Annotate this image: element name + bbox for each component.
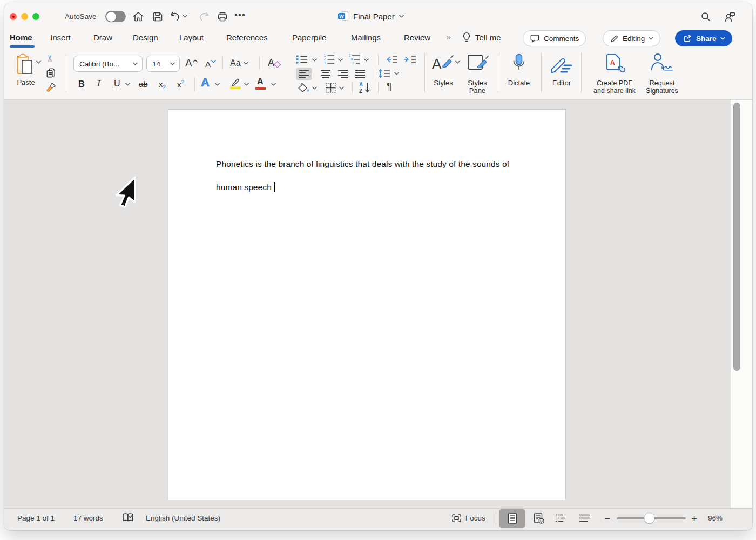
subscript-button[interactable]: x2 (159, 79, 166, 90)
font-size-chevron-icon (170, 62, 175, 65)
highlight-chevron-icon[interactable] (244, 83, 249, 86)
ribbon-group-divider (581, 53, 582, 93)
zoom-in-button[interactable]: + (691, 513, 697, 525)
more-commands-icon[interactable]: ••• (234, 10, 246, 21)
format-painter-icon[interactable] (45, 81, 57, 93)
shrink-font-button[interactable]: A (205, 59, 216, 69)
language-status[interactable]: English (United States) (146, 514, 220, 522)
autosave-toggle[interactable] (105, 11, 126, 22)
align-left-button[interactable] (296, 68, 312, 80)
styles-button[interactable]: A (431, 54, 454, 75)
text-effects-chevron-icon[interactable] (215, 83, 220, 86)
clear-formatting-button[interactable]: A (268, 57, 280, 69)
paste-dropdown-chevron-icon[interactable] (36, 60, 41, 64)
print-icon[interactable] (216, 10, 229, 23)
sort-button[interactable]: AZ (359, 81, 372, 94)
save-icon[interactable] (151, 10, 164, 23)
zoom-percentage[interactable]: 96% (708, 514, 723, 522)
tab-mailings[interactable]: Mailings (351, 33, 381, 42)
font-color-button[interactable]: A (257, 77, 264, 86)
document-title-menu[interactable]: W Final Paper (338, 11, 404, 22)
outline-view-button[interactable] (550, 509, 572, 528)
font-size-select[interactable]: 14 (146, 56, 180, 72)
zoom-window-button[interactable] (32, 13, 39, 20)
superscript-button[interactable]: x2 (177, 79, 184, 89)
text-effects-button[interactable]: A (201, 76, 210, 90)
align-right-button[interactable] (335, 68, 351, 80)
create-pdf-button[interactable]: A (605, 52, 626, 75)
request-signatures-button[interactable]: x (650, 52, 674, 75)
highlight-color-button[interactable] (228, 77, 242, 90)
tell-me-lightbulb-icon[interactable] (461, 31, 473, 44)
focus-mode-label[interactable]: Focus (465, 514, 485, 522)
share-chevron-icon (720, 37, 725, 40)
search-icon[interactable] (700, 11, 712, 23)
line-spacing-chevron-icon[interactable] (394, 72, 399, 75)
zoom-slider-thumb[interactable] (644, 513, 654, 523)
document-text-line[interactable]: Phonetics is the branch of linguistics t… (216, 159, 509, 169)
bullets-chevron-icon[interactable] (312, 58, 317, 62)
tab-overflow-icon[interactable]: » (446, 32, 450, 42)
web-layout-view-button[interactable] (526, 509, 551, 528)
borders-chevron-icon[interactable] (339, 86, 344, 90)
styles-pane-button[interactable] (467, 53, 489, 75)
word-count-status[interactable]: 17 words (73, 514, 103, 522)
underline-button[interactable]: U (114, 79, 120, 89)
feedback-person-icon[interactable] (724, 10, 737, 23)
change-case-button[interactable]: Aa (230, 58, 248, 68)
increase-indent-button[interactable] (404, 55, 417, 64)
print-layout-view-button[interactable] (500, 509, 525, 528)
tab-home[interactable]: Home (10, 33, 32, 42)
share-button[interactable]: Share (675, 30, 732, 46)
bold-button[interactable]: B (78, 79, 85, 89)
focus-mode-icon[interactable] (451, 514, 462, 523)
align-center-button[interactable] (318, 68, 334, 80)
justify-button[interactable] (352, 68, 368, 80)
undo-icon[interactable] (168, 10, 181, 23)
draft-view-button[interactable] (573, 509, 596, 528)
dictate-button[interactable] (511, 53, 526, 76)
shading-chevron-icon[interactable] (312, 86, 317, 90)
tab-design[interactable]: Design (133, 33, 158, 42)
numbering-chevron-icon[interactable] (338, 58, 343, 62)
grow-font-button[interactable]: A (185, 57, 198, 69)
multilevel-list-button[interactable]: 1ai (348, 53, 361, 65)
numbering-button[interactable]: 123 (323, 53, 335, 65)
minimize-window-button[interactable] (21, 13, 28, 20)
borders-button[interactable] (325, 82, 336, 93)
shading-button[interactable] (297, 82, 310, 94)
line-spacing-button[interactable] (378, 69, 391, 78)
decrease-indent-button[interactable] (386, 55, 399, 64)
copy-icon[interactable] (45, 67, 57, 78)
undo-dropdown-chevron-icon[interactable] (183, 15, 187, 18)
paste-button[interactable] (15, 53, 36, 76)
font-color-chevron-icon[interactable] (271, 83, 276, 86)
italic-button[interactable]: I (97, 78, 100, 89)
tab-layout[interactable]: Layout (179, 33, 204, 42)
zoom-out-button[interactable]: − (604, 513, 610, 525)
close-window-button[interactable] (10, 13, 17, 20)
tab-insert[interactable]: Insert (50, 33, 71, 42)
strikethrough-button[interactable]: ab (139, 79, 148, 89)
home-nav-icon[interactable] (132, 10, 145, 23)
editor-button[interactable] (550, 54, 573, 75)
styles-chevron-icon[interactable] (455, 60, 460, 64)
bullets-button[interactable] (296, 54, 308, 65)
ribbon-small-divider (259, 57, 260, 70)
multilevel-chevron-icon[interactable] (364, 58, 369, 62)
tell-me-label[interactable]: Tell me (475, 33, 501, 42)
document-text-line[interactable]: human speech (216, 183, 272, 192)
spellcheck-status-icon[interactable] (122, 512, 134, 523)
comments-button[interactable]: Comments (523, 30, 586, 46)
cut-icon[interactable]: ✂ (45, 55, 55, 62)
tab-review[interactable]: Review (404, 33, 430, 42)
font-name-select[interactable]: Calibri (Bo... (73, 56, 143, 72)
scrollbar-thumb[interactable] (733, 103, 740, 371)
underline-chevron-icon[interactable] (125, 83, 130, 86)
tab-references[interactable]: References (226, 33, 268, 42)
editing-mode-dropdown[interactable]: Editing (603, 30, 660, 46)
show-paragraph-marks-button[interactable]: ¶ (387, 81, 392, 92)
page-number-status[interactable]: Page 1 of 1 (17, 514, 55, 522)
tab-draw[interactable]: Draw (93, 33, 112, 42)
tab-paperpile[interactable]: Paperpile (292, 33, 326, 42)
